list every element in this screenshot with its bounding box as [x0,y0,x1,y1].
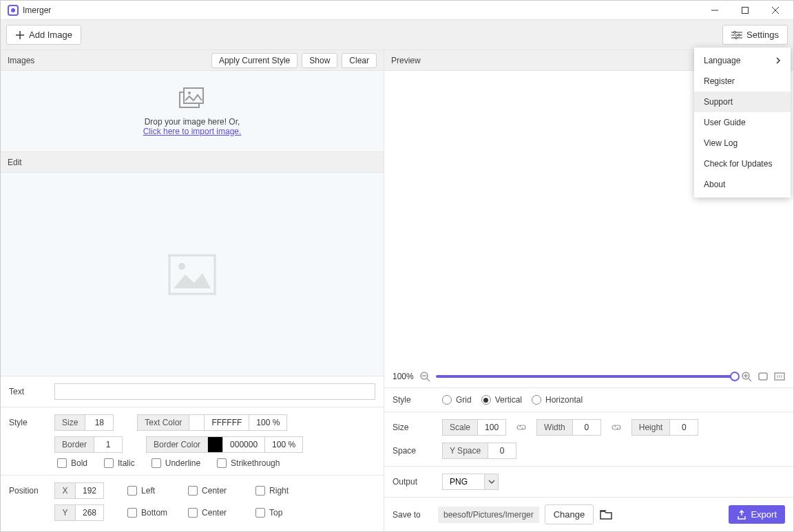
grid-radio[interactable]: Grid [442,395,472,405]
center-h-checkbox[interactable]: Center [188,486,227,496]
svg-rect-26 [759,373,767,380]
export-icon [737,510,746,520]
italic-checkbox[interactable]: Italic [104,458,135,468]
menu-register[interactable]: Register [694,71,791,92]
add-image-button[interactable]: Add Image [6,25,81,45]
svg-point-18 [178,263,185,270]
horizontal-radio[interactable]: Horizontal [532,395,583,405]
position-label: Position [9,486,49,496]
apply-style-button[interactable]: Apply Current Style [211,53,297,68]
text-color-field[interactable]: Text Color FFFFFF 100 % [137,414,287,431]
actual-size-icon[interactable] [774,371,785,382]
save-to-label: Save to [393,510,432,520]
export-button[interactable]: Export [729,505,785,524]
zoom-slider[interactable] [436,375,735,378]
svg-point-16 [188,92,191,94]
app-title: Imerger [23,6,700,15]
toolbar: Add Image Settings [1,20,793,50]
svg-line-25 [749,379,751,381]
left-checkbox[interactable]: Left [127,486,155,496]
border-field[interactable]: Border 1 [54,436,123,453]
svg-line-21 [427,379,430,381]
y-field[interactable]: Y 268 [54,504,104,521]
app-icon [8,5,19,16]
chevron-right-icon [775,57,781,64]
svg-point-1 [11,8,15,12]
plus-icon [15,30,25,40]
output-format-select[interactable]: PNG [442,474,499,490]
menu-check-updates[interactable]: Check for Updates [694,153,791,174]
settings-menu: Language Register Support User Guide Vie… [694,47,791,198]
size-label: Size [393,423,432,432]
text-input[interactable] [54,383,375,400]
height-field[interactable]: Height 0 [631,419,699,436]
clear-button[interactable]: Clear [342,53,377,68]
settings-icon [731,31,742,39]
layout-style-label: Style [393,395,432,405]
fit-icon[interactable] [758,371,769,382]
zoom-in-icon[interactable] [741,371,752,382]
output-label: Output [393,477,432,487]
yspace-field[interactable]: Y Space 0 [442,443,516,459]
title-bar: Imerger [1,1,793,20]
minimize-button[interactable] [700,1,730,20]
svg-point-13 [735,36,738,39]
center-v-checkbox[interactable]: Center [188,508,227,518]
close-button[interactable] [760,1,791,20]
import-link[interactable]: Click here to import image. [143,127,242,136]
svg-point-11 [738,34,740,36]
text-label: Text [9,387,49,396]
menu-support[interactable]: Support [694,92,791,112]
border-color-swatch [208,437,223,452]
zoom-percent: 100% [393,372,414,381]
edit-header: Edit [1,152,384,173]
space-label: Space [393,446,432,456]
width-field[interactable]: Width 0 [536,419,601,436]
drop-message: Drop your image here! Or, [145,117,240,127]
drop-zone[interactable]: Drop your image here! Or, Click here to … [1,71,384,152]
style-label: Style [9,418,49,427]
bold-checkbox[interactable]: Bold [57,458,87,468]
vertical-radio[interactable]: Vertical [481,395,522,405]
text-color-swatch [189,415,205,430]
link-icon[interactable] [516,422,527,433]
edit-area [1,173,384,376]
menu-view-log[interactable]: View Log [694,133,791,153]
image-stack-icon [178,87,206,111]
svg-point-9 [734,31,736,33]
image-placeholder-icon [168,254,216,295]
zoom-bar: 100% [384,365,793,388]
svg-rect-3 [742,7,749,13]
link-icon[interactable] [611,422,622,433]
maximize-button[interactable] [730,1,760,20]
images-header: Images Apply Current Style Show Clear [1,50,384,71]
folder-icon[interactable] [599,508,613,522]
right-checkbox[interactable]: Right [255,486,289,496]
bottom-checkbox[interactable]: Bottom [127,508,167,518]
save-path: beesoft/Pictures/Imerger [438,507,539,523]
change-button[interactable]: Change [545,504,594,524]
menu-language[interactable]: Language [694,50,791,71]
menu-user-guide[interactable]: User Guide [694,112,791,133]
x-field[interactable]: X 192 [54,482,104,499]
chevron-down-icon [484,474,498,489]
show-button[interactable]: Show [302,53,337,68]
menu-about[interactable]: About [694,174,791,195]
border-color-field[interactable]: Border Color 000000 100 % [146,436,303,453]
top-checkbox[interactable]: Top [255,508,282,518]
zoom-out-icon[interactable] [419,371,430,382]
underline-checkbox[interactable]: Underline [152,458,200,468]
size-field[interactable]: Size 18 [54,414,114,431]
scale-field[interactable]: Scale 100 [442,419,506,436]
strikethrough-checkbox[interactable]: Strikethrough [217,458,280,468]
settings-button[interactable]: Settings [722,25,788,45]
